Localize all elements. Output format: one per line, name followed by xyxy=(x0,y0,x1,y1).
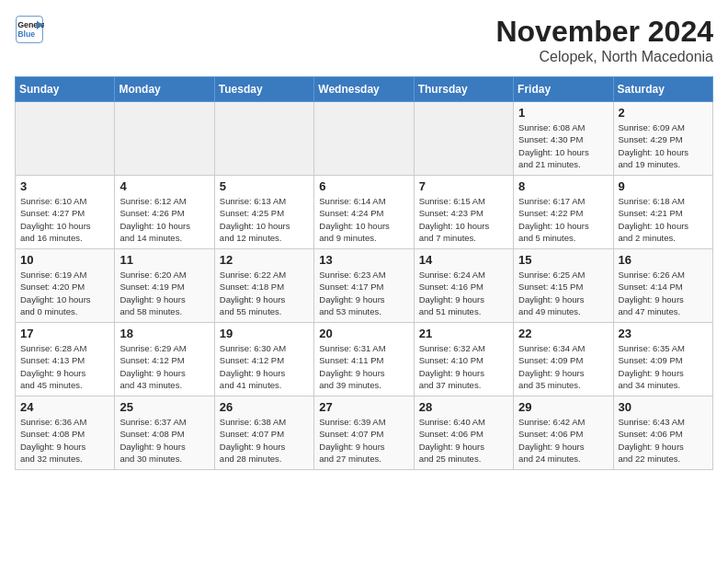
day-info: Sunrise: 6:38 AM Sunset: 4:07 PM Dayligh… xyxy=(220,416,309,465)
calendar-cell: 3Sunrise: 6:10 AM Sunset: 4:27 PM Daylig… xyxy=(16,176,115,249)
calendar-cell: 22Sunrise: 6:34 AM Sunset: 4:09 PM Dayli… xyxy=(514,323,613,396)
calendar-cell: 15Sunrise: 6:25 AM Sunset: 4:15 PM Dayli… xyxy=(514,249,613,323)
day-number: 30 xyxy=(619,400,708,414)
calendar-week-3: 10Sunrise: 6:19 AM Sunset: 4:20 PM Dayli… xyxy=(16,249,713,323)
day-info: Sunrise: 6:28 AM Sunset: 4:13 PM Dayligh… xyxy=(20,342,109,391)
day-number: 22 xyxy=(518,327,608,340)
calendar-cell xyxy=(314,102,414,176)
day-number: 21 xyxy=(419,327,508,340)
day-info: Sunrise: 6:15 AM Sunset: 4:23 PM Dayligh… xyxy=(419,195,508,244)
day-number: 12 xyxy=(220,253,309,267)
day-number: 8 xyxy=(518,179,608,193)
day-info: Sunrise: 6:17 AM Sunset: 4:22 PM Dayligh… xyxy=(518,195,608,244)
calendar-cell: 16Sunrise: 6:26 AM Sunset: 4:14 PM Dayli… xyxy=(613,249,712,323)
day-info: Sunrise: 6:20 AM Sunset: 4:19 PM Dayligh… xyxy=(119,269,209,317)
weekday-header-thursday: Thursday xyxy=(414,77,513,102)
day-number: 28 xyxy=(419,400,508,414)
calendar-header-row: SundayMondayTuesdayWednesdayThursdayFrid… xyxy=(16,77,713,102)
day-info: Sunrise: 6:40 AM Sunset: 4:06 PM Dayligh… xyxy=(419,416,508,465)
day-info: Sunrise: 6:34 AM Sunset: 4:09 PM Dayligh… xyxy=(518,342,608,391)
day-info: Sunrise: 6:42 AM Sunset: 4:06 PM Dayligh… xyxy=(518,416,608,465)
day-number: 10 xyxy=(20,253,109,267)
title-section: November 2024 Celopek, North Macedonia xyxy=(495,15,713,65)
weekday-header-wednesday: Wednesday xyxy=(314,77,414,102)
calendar-week-2: 3Sunrise: 6:10 AM Sunset: 4:27 PM Daylig… xyxy=(16,176,713,249)
month-title: November 2024 xyxy=(495,15,713,49)
weekday-header-friday: Friday xyxy=(514,77,613,102)
day-info: Sunrise: 6:14 AM Sunset: 4:24 PM Dayligh… xyxy=(319,195,408,244)
calendar-cell: 9Sunrise: 6:18 AM Sunset: 4:21 PM Daylig… xyxy=(613,176,712,249)
day-info: Sunrise: 6:30 AM Sunset: 4:12 PM Dayligh… xyxy=(220,342,309,391)
day-info: Sunrise: 6:31 AM Sunset: 4:11 PM Dayligh… xyxy=(319,342,408,391)
day-number: 4 xyxy=(119,179,209,193)
calendar-cell xyxy=(16,102,115,176)
day-number: 17 xyxy=(20,327,109,340)
day-info: Sunrise: 6:37 AM Sunset: 4:08 PM Dayligh… xyxy=(119,416,209,465)
calendar-cell xyxy=(214,102,313,176)
calendar-cell: 5Sunrise: 6:13 AM Sunset: 4:25 PM Daylig… xyxy=(214,176,313,249)
calendar-cell xyxy=(414,102,513,176)
day-info: Sunrise: 6:10 AM Sunset: 4:27 PM Dayligh… xyxy=(20,195,109,244)
day-number: 7 xyxy=(419,179,508,193)
calendar-cell: 28Sunrise: 6:40 AM Sunset: 4:06 PM Dayli… xyxy=(414,396,513,470)
logo: General Blue xyxy=(15,15,44,44)
calendar-week-5: 24Sunrise: 6:36 AM Sunset: 4:08 PM Dayli… xyxy=(16,396,713,470)
day-number: 19 xyxy=(220,327,309,340)
calendar-cell: 1Sunrise: 6:08 AM Sunset: 4:30 PM Daylig… xyxy=(514,102,613,176)
day-info: Sunrise: 6:35 AM Sunset: 4:09 PM Dayligh… xyxy=(619,342,708,391)
day-info: Sunrise: 6:29 AM Sunset: 4:12 PM Dayligh… xyxy=(119,342,209,391)
day-number: 20 xyxy=(319,327,408,340)
day-info: Sunrise: 6:22 AM Sunset: 4:18 PM Dayligh… xyxy=(220,269,309,317)
day-number: 26 xyxy=(220,400,309,414)
day-info: Sunrise: 6:43 AM Sunset: 4:06 PM Dayligh… xyxy=(619,416,708,465)
calendar-cell: 27Sunrise: 6:39 AM Sunset: 4:07 PM Dayli… xyxy=(314,396,414,470)
day-number: 9 xyxy=(619,179,708,193)
calendar-cell: 6Sunrise: 6:14 AM Sunset: 4:24 PM Daylig… xyxy=(314,176,414,249)
day-number: 14 xyxy=(419,253,508,267)
weekday-header-sunday: Sunday xyxy=(16,77,115,102)
calendar-cell: 2Sunrise: 6:09 AM Sunset: 4:29 PM Daylig… xyxy=(613,102,712,176)
logo-icon: General Blue xyxy=(15,15,44,44)
day-info: Sunrise: 6:23 AM Sunset: 4:17 PM Dayligh… xyxy=(319,269,408,317)
day-info: Sunrise: 6:08 AM Sunset: 4:30 PM Dayligh… xyxy=(518,121,608,170)
calendar-cell: 12Sunrise: 6:22 AM Sunset: 4:18 PM Dayli… xyxy=(214,249,313,323)
calendar-cell: 11Sunrise: 6:20 AM Sunset: 4:19 PM Dayli… xyxy=(115,249,214,323)
calendar-cell: 4Sunrise: 6:12 AM Sunset: 4:26 PM Daylig… xyxy=(115,176,214,249)
day-number: 6 xyxy=(319,179,408,193)
calendar-week-4: 17Sunrise: 6:28 AM Sunset: 4:13 PM Dayli… xyxy=(16,323,713,396)
weekday-header-tuesday: Tuesday xyxy=(214,77,313,102)
day-number: 25 xyxy=(119,400,209,414)
day-info: Sunrise: 6:32 AM Sunset: 4:10 PM Dayligh… xyxy=(419,342,508,391)
calendar-cell: 25Sunrise: 6:37 AM Sunset: 4:08 PM Dayli… xyxy=(115,396,214,470)
day-info: Sunrise: 6:18 AM Sunset: 4:21 PM Dayligh… xyxy=(619,195,708,244)
day-number: 18 xyxy=(119,327,209,340)
day-number: 5 xyxy=(220,179,309,193)
day-info: Sunrise: 6:25 AM Sunset: 4:15 PM Dayligh… xyxy=(518,269,608,317)
day-number: 1 xyxy=(518,106,608,120)
calendar-cell: 23Sunrise: 6:35 AM Sunset: 4:09 PM Dayli… xyxy=(613,323,712,396)
day-info: Sunrise: 6:19 AM Sunset: 4:20 PM Dayligh… xyxy=(20,269,109,317)
calendar-table: SundayMondayTuesdayWednesdayThursdayFrid… xyxy=(15,76,713,470)
day-number: 15 xyxy=(518,253,608,267)
day-info: Sunrise: 6:13 AM Sunset: 4:25 PM Dayligh… xyxy=(220,195,309,244)
header: General Blue November 2024 Celopek, Nort… xyxy=(15,15,713,65)
calendar-cell: 8Sunrise: 6:17 AM Sunset: 4:22 PM Daylig… xyxy=(514,176,613,249)
day-number: 11 xyxy=(119,253,209,267)
day-info: Sunrise: 6:24 AM Sunset: 4:16 PM Dayligh… xyxy=(419,269,508,317)
calendar-cell: 20Sunrise: 6:31 AM Sunset: 4:11 PM Dayli… xyxy=(314,323,414,396)
day-number: 3 xyxy=(20,179,109,193)
svg-text:Blue: Blue xyxy=(17,29,35,39)
location-subtitle: Celopek, North Macedonia xyxy=(495,49,713,65)
day-info: Sunrise: 6:12 AM Sunset: 4:26 PM Dayligh… xyxy=(119,195,209,244)
calendar-cell: 13Sunrise: 6:23 AM Sunset: 4:17 PM Dayli… xyxy=(314,249,414,323)
calendar-cell xyxy=(115,102,214,176)
calendar-cell: 17Sunrise: 6:28 AM Sunset: 4:13 PM Dayli… xyxy=(16,323,115,396)
calendar-cell: 14Sunrise: 6:24 AM Sunset: 4:16 PM Dayli… xyxy=(414,249,513,323)
calendar-cell: 26Sunrise: 6:38 AM Sunset: 4:07 PM Dayli… xyxy=(214,396,313,470)
day-info: Sunrise: 6:36 AM Sunset: 4:08 PM Dayligh… xyxy=(20,416,109,465)
calendar-cell: 21Sunrise: 6:32 AM Sunset: 4:10 PM Dayli… xyxy=(414,323,513,396)
weekday-header-saturday: Saturday xyxy=(613,77,712,102)
calendar-cell: 18Sunrise: 6:29 AM Sunset: 4:12 PM Dayli… xyxy=(115,323,214,396)
day-number: 16 xyxy=(619,253,708,267)
day-number: 23 xyxy=(619,327,708,340)
